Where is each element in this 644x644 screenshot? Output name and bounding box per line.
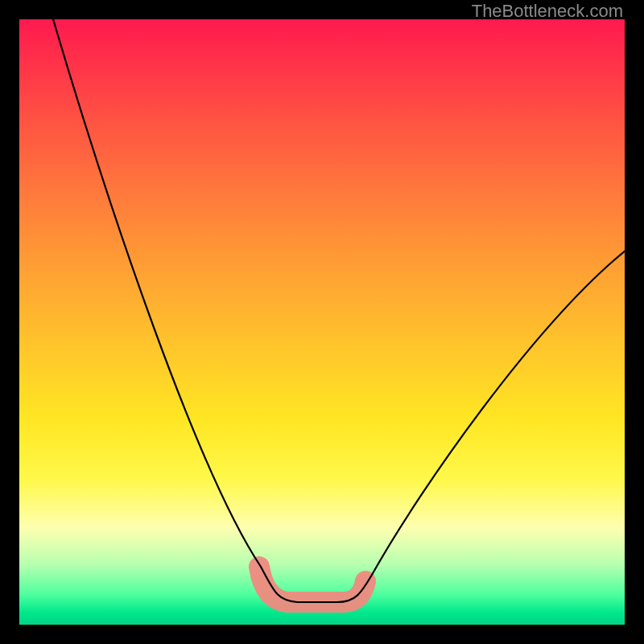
bottleneck-curve bbox=[53, 19, 625, 602]
curve-layer bbox=[19, 19, 625, 625]
chart-frame: TheBottleneck.com bbox=[0, 0, 644, 644]
optimal-region-highlight bbox=[259, 567, 365, 602]
plot-area bbox=[19, 19, 625, 625]
watermark-text: TheBottleneck.com bbox=[472, 1, 623, 22]
